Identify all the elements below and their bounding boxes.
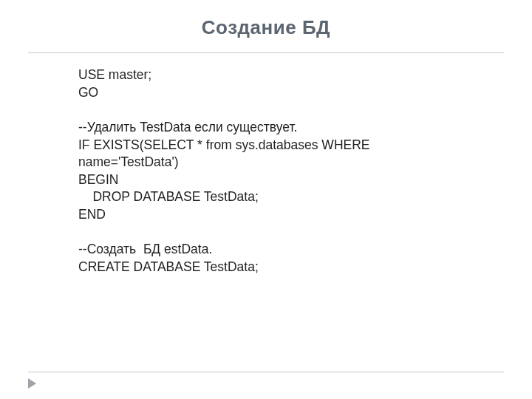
divider-top [28, 52, 504, 53]
sql-code-block: USE master; GO --Удалить TestData если с… [28, 66, 504, 276]
divider-bottom [28, 372, 504, 372]
presentation-slide: Создание БД USE master; GO --Удалить Tes… [0, 0, 532, 399]
play-icon [28, 378, 36, 389]
slide-title: Создание БД [28, 16, 504, 39]
